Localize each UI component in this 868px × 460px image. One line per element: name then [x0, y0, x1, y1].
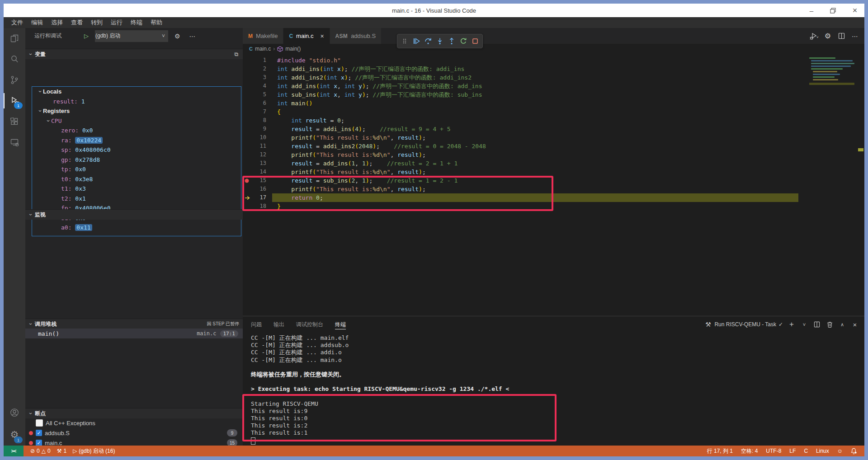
debug-session-status[interactable]: ▷ (gdb) 启动 (16)	[70, 447, 118, 455]
gutter[interactable]: 15	[243, 176, 272, 185]
continue-icon[interactable]	[411, 36, 422, 47]
register-row[interactable]: tp: 0x0	[32, 164, 241, 174]
call-stack-section-header[interactable]: › 调用堆栈 因 STEP 已暂停	[25, 319, 243, 329]
gripper-icon[interactable]	[399, 36, 410, 47]
gutter[interactable]: 2	[243, 65, 272, 73]
gutter[interactable]: 3	[243, 73, 272, 82]
scope-locals[interactable]: ›Locals	[32, 87, 241, 97]
menu-item-查看[interactable]: 查看	[67, 17, 87, 28]
register-row[interactable]: t0: 0x3e8	[32, 174, 241, 184]
search-icon[interactable]	[4, 49, 25, 70]
split-editor-icon[interactable]	[835, 30, 847, 42]
menu-item-选择[interactable]: 选择	[47, 17, 67, 28]
breakpoint-checkbox[interactable]: ✓	[36, 440, 42, 446]
gutter[interactable]: 7	[243, 108, 272, 116]
eol-status[interactable]: LF	[786, 448, 799, 454]
panel-tab-终端[interactable]: 终端	[335, 316, 346, 333]
tasks-status[interactable]: ⚒ 1	[54, 448, 70, 454]
code-editor[interactable]: 1#include "stdio.h"2int addi_ins(int x);…	[243, 54, 864, 316]
close-panel-icon[interactable]: ×	[851, 321, 859, 329]
register-row[interactable]: sp: 0x408006c0	[32, 145, 241, 155]
panel-tab-输出[interactable]: 输出	[274, 316, 284, 333]
gutter[interactable]: 8	[243, 116, 272, 125]
extensions-icon[interactable]	[4, 111, 25, 132]
configure-gear-icon[interactable]: ⚙	[822, 30, 834, 42]
remote-explorer-icon[interactable]	[4, 132, 25, 153]
terminal-task-label[interactable]: ⚒ Run RISCV-QEMU - Task ✓	[704, 321, 783, 328]
gutter[interactable]: 1	[243, 56, 272, 65]
gutter[interactable]: 10	[243, 133, 272, 142]
close-tab-icon[interactable]: ×	[320, 33, 324, 40]
register-row[interactable]: t1: 0x3	[32, 184, 241, 194]
gutter[interactable]: 13	[243, 159, 272, 168]
more-actions-icon[interactable]: ⋯	[849, 30, 861, 42]
breakpoint-checkbox[interactable]	[36, 419, 43, 427]
breakpoint-row[interactable]: ✓main.c15	[25, 438, 243, 446]
gutter[interactable]: 14	[243, 168, 272, 176]
terminal-dropdown-icon[interactable]: ˅	[800, 322, 808, 327]
remote-indicator[interactable]: ><	[4, 446, 24, 456]
explorer-icon[interactable]	[4, 28, 25, 49]
tab-Makefile[interactable]: MMakefile	[243, 28, 283, 44]
more-actions-icon[interactable]: ⋯	[187, 33, 198, 40]
menu-item-运行[interactable]: 运行	[107, 17, 127, 28]
scope-cpu[interactable]: ›CPU	[32, 116, 241, 126]
kill-terminal-icon[interactable]	[826, 321, 834, 328]
run-or-debug-icon[interactable]: ˅	[808, 30, 820, 42]
terminal[interactable]: CC -[M] 正在构建 ... main.elfCC -[M] 正在构建 ..…	[243, 333, 864, 446]
gutter[interactable]: 17	[243, 193, 272, 202]
start-debug-icon[interactable]: ▷	[81, 33, 91, 39]
variables-section-header[interactable]: › 变量 ⧉	[25, 49, 243, 59]
gutter[interactable]: 16	[243, 185, 272, 193]
breakpoint-dot-icon[interactable]	[245, 178, 249, 183]
gutter[interactable]: 6	[243, 99, 272, 108]
settings-gear-icon[interactable]: ⚙ 1	[4, 423, 25, 446]
menu-item-编辑[interactable]: 编辑	[27, 17, 47, 28]
breakpoints-section-header[interactable]: › 断点	[25, 408, 243, 418]
restore-icon[interactable]	[830, 8, 836, 14]
menu-item-文件[interactable]: 文件	[7, 17, 27, 28]
gutter[interactable]: 5	[243, 90, 272, 99]
restart-icon[interactable]	[458, 36, 469, 47]
breakpoint-row[interactable]: ✓addsub.S9	[25, 428, 243, 438]
encoding-status[interactable]: UTF-8	[763, 448, 784, 454]
menu-item-帮助[interactable]: 帮助	[146, 17, 166, 28]
maximize-panel-icon[interactable]: ∧	[838, 322, 846, 328]
debug-config-select[interactable]: (gdb) 启动 ˅	[95, 30, 168, 42]
run-debug-icon[interactable]: 1	[4, 90, 25, 111]
gutter[interactable]: 4	[243, 82, 272, 90]
gutter[interactable]: 9	[243, 125, 272, 133]
notifications-bell-icon[interactable]	[848, 448, 860, 454]
scope-registers[interactable]: ›Registers	[32, 106, 241, 116]
breakpoint-row[interactable]: All C++ Exceptions	[25, 418, 243, 428]
register-row[interactable]: gp: 0x278d8	[32, 155, 241, 165]
cursor-position-status[interactable]: 行 17, 列 1	[704, 447, 736, 455]
gutter[interactable]: 11	[243, 142, 272, 150]
minimap[interactable]	[809, 56, 856, 85]
menu-item-转到[interactable]: 转到	[87, 17, 107, 28]
debug-settings-gear-icon[interactable]: ⚙	[172, 33, 183, 40]
menu-item-终端[interactable]: 终端	[127, 17, 146, 28]
step-out-icon[interactable]	[446, 36, 457, 47]
os-status[interactable]: Linux	[813, 448, 832, 454]
source-control-icon[interactable]	[4, 70, 25, 90]
open-panel-icon[interactable]: ⧉	[234, 51, 243, 57]
gutter[interactable]: 12	[243, 150, 272, 159]
breakpoint-checkbox[interactable]: ✓	[36, 430, 42, 436]
watch-section-header[interactable]: › 监视	[25, 209, 243, 220]
language-status[interactable]: C	[801, 448, 811, 454]
breadcrumb[interactable]: C main.c › main()	[243, 44, 864, 54]
feedback-icon[interactable]: ☺	[834, 448, 846, 454]
register-row[interactable]: zero: 0x0	[32, 126, 241, 136]
indentation-status[interactable]: 空格: 4	[738, 447, 761, 455]
tab-main.c[interactable]: Cmain.c×	[283, 28, 330, 44]
stop-icon[interactable]	[470, 36, 481, 47]
register-row[interactable]: ra: 0x10224	[32, 136, 241, 146]
tab-addsub.S[interactable]: ASMaddsub.S	[330, 28, 382, 44]
close-icon[interactable]: ×	[852, 6, 858, 15]
step-over-icon[interactable]	[423, 36, 434, 47]
problems-status[interactable]: ⊘ 0 △ 0	[27, 448, 54, 454]
gutter[interactable]: 18	[243, 202, 272, 211]
stack-frame-row[interactable]: main() main.c 17:1	[25, 329, 243, 338]
accounts-icon[interactable]	[4, 402, 25, 423]
